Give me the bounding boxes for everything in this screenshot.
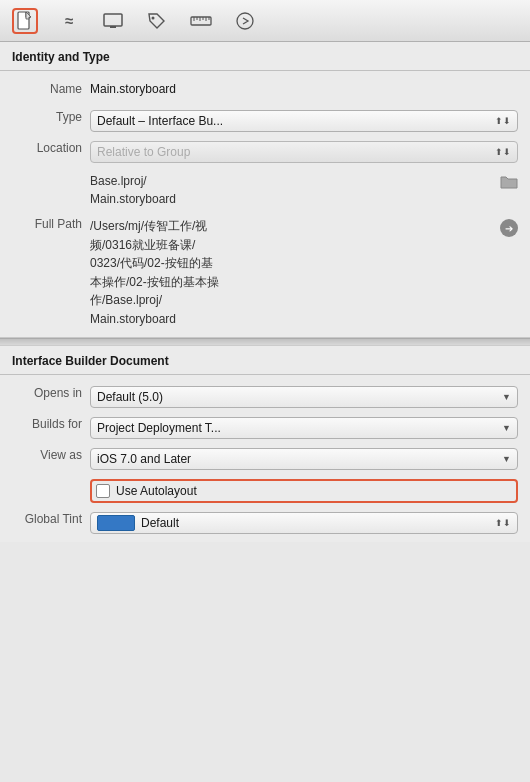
folder-icon[interactable] [500, 174, 518, 194]
location-row: Location Relative to Group ⬆⬇ [12, 138, 518, 163]
autolayout-checkbox-group: Use Autolayout [90, 479, 518, 503]
path-line-3: 0323/代码/02-按钮的基 [90, 254, 494, 273]
location-label: Location [12, 138, 90, 155]
autolayout-container: Use Autolayout [90, 476, 518, 503]
builds-for-text: Project Deployment T... [97, 421, 221, 435]
builds-for-label: Builds for [12, 414, 90, 431]
opens-in-label: Opens in [12, 383, 90, 400]
location-value[interactable]: Relative to Group ⬆⬇ [90, 138, 518, 163]
autolayout-row: Use Autolayout [12, 476, 518, 503]
forward-arrow-icon[interactable] [232, 8, 258, 34]
opens-in-value[interactable]: Default (5.0) ▼ [90, 383, 518, 408]
file-path-row: Base.lproj/ Main.storyboard [12, 169, 518, 208]
type-select-text: Default – Interface Bu... [97, 114, 223, 128]
tag-icon[interactable] [144, 8, 170, 34]
opens-in-arrow: ▼ [502, 392, 511, 402]
toolbar: ≈ [0, 0, 530, 42]
type-label: Type [12, 107, 90, 124]
location-select-arrow: ⬆⬇ [495, 147, 511, 157]
ib-document-panel: Interface Builder Document Opens in Defa… [0, 346, 530, 542]
builds-for-row: Builds for Project Deployment T... ▼ [12, 414, 518, 439]
global-tint-label: Global Tint [12, 509, 90, 526]
view-as-label: View as [12, 445, 90, 462]
path-line-1: /Users/mj/传智工作/视 [90, 217, 494, 236]
view-as-row: View as iOS 7.0 and Later ▼ [12, 445, 518, 470]
autolayout-checkbox[interactable] [96, 484, 110, 498]
full-path-value: /Users/mj/传智工作/视 频/0316就业班备课/ 0323/代码/02… [90, 214, 518, 329]
ib-section-header: Interface Builder Document [0, 346, 530, 375]
svg-rect-2 [110, 26, 116, 28]
path-line-2: 频/0316就业班备课/ [90, 236, 494, 255]
tint-arrow: ⬆⬇ [495, 518, 511, 528]
base-lproj-line: Base.lproj/ [90, 172, 494, 190]
name-value: Main.storyboard [90, 79, 518, 96]
tint-color-swatch [97, 515, 135, 531]
file-path-label [12, 169, 90, 172]
approx-icon[interactable]: ≈ [56, 8, 82, 34]
view-as-text: iOS 7.0 and Later [97, 452, 191, 466]
full-path-row: Full Path /Users/mj/传智工作/视 频/0316就业班备课/ … [12, 214, 518, 329]
builds-for-arrow: ▼ [502, 423, 511, 433]
view-as-value[interactable]: iOS 7.0 and Later ▼ [90, 445, 518, 470]
main-storyboard-line: Main.storyboard [90, 190, 494, 208]
svg-point-3 [152, 16, 155, 19]
type-row: Type Default – Interface Bu... ⬆⬇ [12, 107, 518, 132]
identity-section-header: Identity and Type [0, 42, 530, 71]
screen-icon[interactable] [100, 8, 126, 34]
autolayout-text: Use Autolayout [116, 484, 197, 498]
path-line-5: 作/Base.lproj/ [90, 291, 494, 310]
name-label: Name [12, 79, 90, 96]
builds-for-value[interactable]: Project Deployment T... ▼ [90, 414, 518, 439]
ruler-icon[interactable] [188, 8, 214, 34]
opens-in-row: Opens in Default (5.0) ▼ [12, 383, 518, 408]
view-as-arrow: ▼ [502, 454, 511, 464]
identity-type-panel: Identity and Type Name Main.storyboard T… [0, 42, 530, 338]
identity-form: Name Main.storyboard Type Default – Inte… [0, 71, 530, 338]
svg-point-11 [237, 13, 253, 29]
path-navigate-icon[interactable]: ➔ [500, 219, 518, 237]
tint-label-text: Default [141, 516, 179, 530]
path-line-4: 本操作/02-按钮的基本操 [90, 273, 494, 292]
path-line-6: Main.storyboard [90, 310, 494, 329]
type-select-arrow: ⬆⬇ [495, 116, 511, 126]
file-icon[interactable] [12, 8, 38, 34]
global-tint-value[interactable]: Default ⬆⬇ [90, 509, 518, 534]
location-select-text: Relative to Group [97, 145, 190, 159]
full-path-label: Full Path [12, 214, 90, 231]
name-row: Name Main.storyboard [12, 79, 518, 101]
autolayout-label-spacer [12, 476, 90, 479]
ib-form: Opens in Default (5.0) ▼ Builds for Proj… [0, 375, 530, 542]
global-tint-row: Global Tint Default ⬆⬇ [12, 509, 518, 534]
section-separator [0, 338, 530, 346]
file-path-value: Base.lproj/ Main.storyboard [90, 169, 518, 208]
opens-in-text: Default (5.0) [97, 390, 163, 404]
type-value[interactable]: Default – Interface Bu... ⬆⬇ [90, 107, 518, 132]
svg-rect-1 [104, 14, 122, 26]
